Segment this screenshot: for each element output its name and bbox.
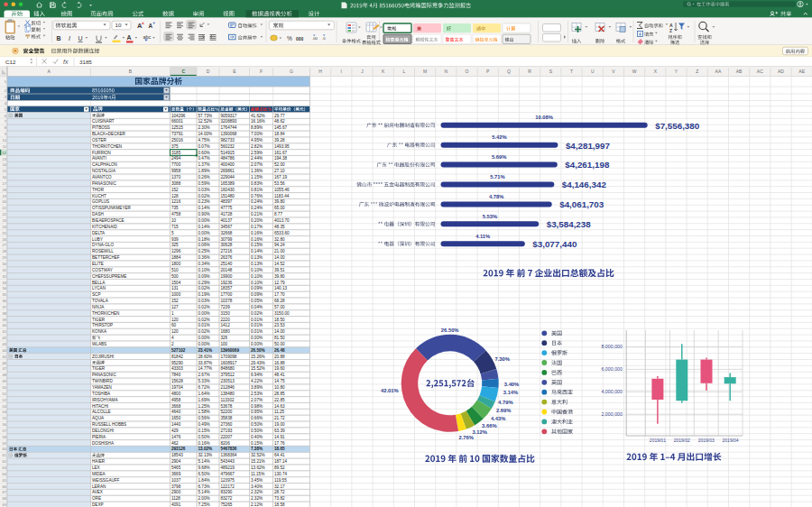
svg-text:0.03%: 0.03%: [198, 299, 210, 303]
svg-text:3.45%: 3.45%: [251, 478, 263, 483]
svg-text:2.07%: 2.07%: [251, 398, 263, 402]
svg-text:16.88: 16.88: [274, 361, 285, 365]
svg-text:0.00%: 0.00%: [198, 311, 210, 316]
svg-text:3185: 3185: [171, 151, 181, 155]
svg-text:28.85: 28.85: [274, 392, 285, 396]
svg-text:1296: 1296: [171, 249, 181, 254]
svg-text:66001: 66001: [171, 119, 183, 124]
svg-text:68.28: 68.28: [274, 299, 285, 303]
svg-text:13960069: 13960069: [221, 348, 240, 353]
svg-text:3.12%: 3.12%: [473, 429, 487, 435]
svg-text:14.52: 14.52: [274, 262, 285, 266]
svg-text:2.53%: 2.53%: [251, 392, 263, 396]
svg-text:0.02%: 0.02%: [198, 194, 210, 198]
svg-text:15.52%: 15.52%: [251, 366, 265, 371]
svg-text:1: 1: [5, 80, 6, 84]
svg-text:4640: 4640: [171, 410, 181, 414]
svg-text:1709098: 1709098: [221, 355, 237, 359]
svg-text:19.00: 19.00: [274, 422, 285, 427]
svg-text:ALCOLLE: ALCOLLE: [92, 410, 111, 414]
svg-text:462: 462: [171, 441, 179, 446]
svg-text:0.98%: 0.98%: [251, 404, 263, 409]
svg-text:LYCAN: LYCAN: [92, 286, 106, 290]
svg-text:18.50: 18.50: [274, 318, 285, 322]
svg-text:22007: 22007: [221, 435, 233, 439]
svg-text:10: 10: [115, 22, 122, 28]
svg-text:13.62%: 13.62%: [251, 466, 265, 470]
svg-text:6.73%: 6.73%: [198, 484, 210, 489]
svg-text:7700: 7700: [171, 162, 181, 167]
svg-text:F: F: [260, 69, 263, 74]
svg-text:64.41: 64.41: [274, 453, 285, 457]
svg-text:39.80: 39.80: [274, 199, 285, 204]
svg-text:140.13: 140.13: [274, 286, 287, 290]
svg-text:54: 54: [3, 410, 6, 414]
svg-text:LUBY: LUBY: [92, 237, 103, 242]
svg-text:A: A: [137, 22, 143, 30]
svg-text:12: 12: [3, 152, 6, 155]
svg-text:0.14%: 0.14%: [198, 225, 210, 229]
svg-text:C12: C12: [5, 59, 16, 65]
svg-text:12515: 12515: [171, 125, 183, 130]
svg-text:27: 27: [3, 244, 6, 247]
svg-text:15: 15: [3, 170, 6, 173]
svg-text:1.37%: 1.37%: [198, 162, 210, 167]
svg-text:0.20%: 0.20%: [251, 218, 263, 223]
svg-text:$4,281,997: $4,281,997: [566, 141, 611, 151]
svg-text:0.01%: 0.01%: [251, 323, 263, 327]
svg-text:DELTA: DELTA: [92, 231, 106, 235]
svg-text:.00: .00: [312, 36, 318, 41]
svg-text:1128: 1128: [171, 496, 180, 501]
svg-text:51: 51: [3, 392, 6, 396]
svg-text:16.16%: 16.16%: [251, 119, 265, 124]
svg-text:53678: 53678: [221, 404, 233, 409]
svg-text:1650: 1650: [171, 416, 181, 420]
svg-text:22: 22: [3, 213, 6, 217]
svg-text:AVANTI: AVANTI: [92, 156, 106, 161]
svg-text:4.11%: 4.11%: [475, 234, 490, 239]
svg-text:LERAN: LERAN: [92, 484, 106, 489]
svg-text:PIERIA: PIERIA: [92, 435, 106, 439]
svg-text:39: 39: [3, 318, 6, 322]
svg-text:26.50%: 26.50%: [441, 327, 459, 333]
svg-text:120: 120: [171, 318, 179, 322]
svg-text:T: T: [570, 69, 573, 74]
svg-text:1476: 1476: [171, 435, 181, 439]
svg-text:39.80: 39.80: [274, 274, 285, 279]
svg-text:TIGER: TIGER: [92, 366, 106, 371]
svg-text:48.35: 48.35: [274, 225, 285, 229]
svg-text:26: 26: [3, 238, 6, 242]
svg-text:69: 69: [3, 503, 6, 507]
svg-text:83272: 83272: [221, 496, 233, 501]
svg-text:A: A: [149, 23, 153, 29]
svg-text:10378: 10378: [221, 299, 233, 303]
svg-text:6.94%: 6.94%: [251, 373, 263, 377]
svg-text:62: 62: [3, 460, 6, 464]
svg-text:33: 33: [3, 281, 6, 285]
svg-text:$3,077,440: $3,077,440: [532, 239, 577, 249]
svg-text:$3,584,238: $3,584,238: [547, 219, 592, 229]
svg-text:20: 20: [3, 200, 6, 204]
svg-text:7840: 7840: [171, 373, 181, 377]
svg-text:39.28: 39.28: [274, 138, 285, 143]
svg-text:68: 68: [3, 497, 6, 501]
svg-text:R: R: [528, 69, 531, 74]
svg-text:WLABS: WLABS: [92, 342, 106, 346]
svg-text:48.62: 48.62: [274, 119, 285, 124]
svg-text:0.66%: 0.66%: [251, 416, 263, 420]
svg-text:5465: 5465: [171, 466, 181, 470]
svg-text:15628: 15628: [171, 379, 183, 383]
svg-text:120: 120: [171, 329, 179, 334]
svg-text:28: 28: [3, 250, 6, 254]
svg-text:BETTERCHEF: BETTERCHEF: [92, 255, 120, 260]
svg-text:1.64%: 1.64%: [198, 392, 210, 396]
svg-text:2900: 2900: [171, 490, 181, 494]
svg-text:4,000,000: 4,000,000: [601, 389, 623, 394]
svg-text:0.36%: 0.36%: [198, 255, 210, 260]
svg-text:130.74: 130.74: [274, 472, 287, 476]
svg-text:3669: 3669: [171, 472, 181, 476]
svg-text:A: A: [127, 34, 132, 41]
svg-text:15.21%: 15.21%: [251, 459, 265, 464]
svg-text:3150.00: 3150.00: [274, 311, 290, 316]
svg-text:47775: 47775: [221, 206, 233, 210]
